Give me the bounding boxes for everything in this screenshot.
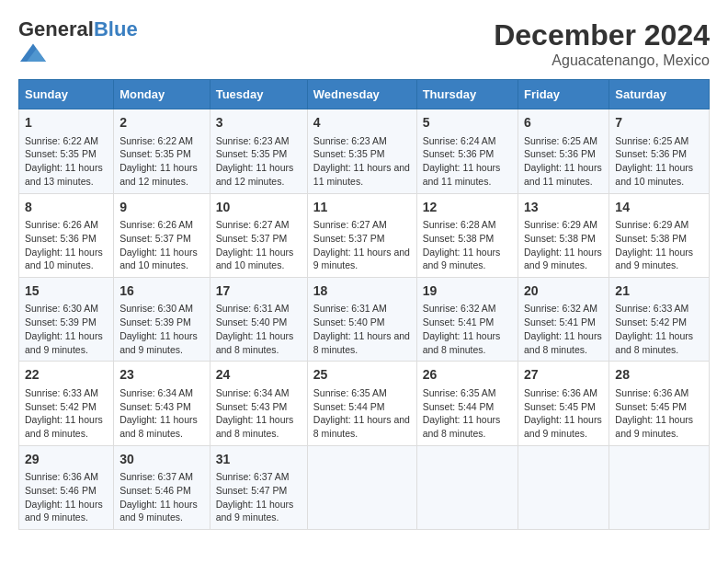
calendar-cell: 8Sunrise: 6:26 AMSunset: 5:36 PMDaylight… — [19, 193, 114, 277]
sunset: Sunset: 5:44 PM — [423, 401, 495, 412]
day-number: 16 — [119, 282, 204, 301]
day-number: 30 — [119, 451, 204, 469]
sunset: Sunset: 5:35 PM — [313, 148, 385, 159]
day-number: 2 — [119, 114, 204, 132]
sunset: Sunset: 5:41 PM — [524, 316, 596, 327]
sunrise: Sunrise: 6:28 AM — [423, 219, 496, 230]
daylight: Daylight: 11 hours and 11 minutes. — [313, 162, 410, 187]
calendar-cell: 5Sunrise: 6:24 AMSunset: 5:36 PMDaylight… — [416, 109, 518, 193]
sunrise: Sunrise: 6:27 AM — [313, 219, 387, 230]
sunset: Sunset: 5:46 PM — [25, 485, 97, 496]
sunset: Sunset: 5:45 PM — [615, 401, 687, 412]
sunrise: Sunrise: 6:27 AM — [216, 219, 290, 230]
day-number: 4 — [313, 114, 411, 132]
sunrise: Sunrise: 6:29 AM — [524, 219, 597, 230]
calendar-cell: 21Sunrise: 6:33 AMSunset: 5:42 PMDayligh… — [609, 277, 710, 361]
calendar-cell — [416, 445, 518, 529]
calendar-week-row: 1Sunrise: 6:22 AMSunset: 5:35 PMDaylight… — [19, 109, 710, 193]
calendar-cell — [609, 445, 710, 529]
calendar-cell: 30Sunrise: 6:37 AMSunset: 5:46 PMDayligh… — [114, 445, 210, 529]
sunrise: Sunrise: 6:22 AM — [119, 135, 193, 146]
day-number: 13 — [524, 199, 603, 217]
daylight: Daylight: 11 hours and 10 minutes. — [216, 247, 294, 271]
daylight: Daylight: 11 hours and 8 minutes. — [216, 414, 294, 439]
daylight: Daylight: 11 hours and 9 minutes. — [25, 330, 103, 355]
logo: GeneralBlue — [18, 18, 138, 70]
sunset: Sunset: 5:38 PM — [615, 233, 687, 244]
logo-general-text: General — [18, 17, 94, 40]
day-number: 31 — [216, 451, 301, 469]
sunrise: Sunrise: 6:30 AM — [119, 303, 193, 314]
sunrise: Sunrise: 6:26 AM — [119, 219, 193, 230]
day-number: 14 — [615, 199, 703, 217]
page-title: December 2024 — [494, 18, 710, 52]
daylight: Daylight: 11 hours and 8 minutes. — [524, 330, 602, 355]
calendar-cell: 3Sunrise: 6:23 AMSunset: 5:35 PMDaylight… — [210, 109, 307, 193]
sunrise: Sunrise: 6:32 AM — [524, 303, 597, 314]
daylight: Daylight: 11 hours and 10 minutes. — [25, 247, 103, 271]
sunrise: Sunrise: 6:31 AM — [313, 303, 387, 314]
day-number: 19 — [423, 282, 512, 301]
daylight: Daylight: 11 hours and 9 minutes. — [119, 330, 198, 355]
sunrise: Sunrise: 6:35 AM — [313, 387, 387, 398]
daylight: Daylight: 11 hours and 8 minutes. — [25, 414, 103, 439]
logo-icon — [20, 40, 46, 66]
day-number: 17 — [216, 282, 301, 301]
sunrise: Sunrise: 6:33 AM — [25, 387, 98, 398]
sunset: Sunset: 5:45 PM — [524, 401, 596, 412]
day-number: 7 — [615, 114, 703, 132]
daylight: Daylight: 11 hours and 13 minutes. — [25, 162, 103, 187]
sunset: Sunset: 5:36 PM — [615, 148, 687, 159]
daylight: Daylight: 11 hours and 11 minutes. — [423, 162, 501, 187]
day-number: 26 — [423, 366, 512, 385]
sunset: Sunset: 5:36 PM — [423, 148, 495, 159]
sunrise: Sunrise: 6:36 AM — [615, 387, 688, 398]
sunrise: Sunrise: 6:37 AM — [119, 471, 193, 482]
sunrise: Sunrise: 6:36 AM — [25, 471, 98, 482]
daylight: Daylight: 11 hours and 8 minutes. — [423, 414, 501, 439]
calendar-cell: 29Sunrise: 6:36 AMSunset: 5:46 PMDayligh… — [19, 445, 114, 529]
sunset: Sunset: 5:37 PM — [119, 233, 191, 244]
sunrise: Sunrise: 6:23 AM — [216, 135, 290, 146]
sunrise: Sunrise: 6:36 AM — [524, 387, 597, 398]
sunset: Sunset: 5:44 PM — [313, 401, 385, 412]
day-number: 11 — [313, 199, 411, 217]
calendar-cell — [307, 445, 416, 529]
sunset: Sunset: 5:35 PM — [25, 148, 97, 159]
sunset: Sunset: 5:38 PM — [524, 233, 596, 244]
day-number: 5 — [423, 114, 512, 132]
day-number: 20 — [524, 282, 603, 301]
day-number: 24 — [216, 366, 301, 385]
sunrise: Sunrise: 6:23 AM — [313, 135, 387, 146]
sunrise: Sunrise: 6:22 AM — [25, 135, 98, 146]
sunset: Sunset: 5:42 PM — [615, 316, 687, 327]
calendar-cell: 27Sunrise: 6:36 AMSunset: 5:45 PMDayligh… — [518, 362, 609, 445]
calendar-cell: 31Sunrise: 6:37 AMSunset: 5:47 PMDayligh… — [210, 445, 307, 529]
sunrise: Sunrise: 6:34 AM — [216, 387, 290, 398]
day-number: 25 — [313, 366, 411, 385]
calendar-cell: 10Sunrise: 6:27 AMSunset: 5:37 PMDayligh… — [210, 193, 307, 277]
day-number: 29 — [25, 451, 108, 469]
calendar-cell: 23Sunrise: 6:34 AMSunset: 5:43 PMDayligh… — [114, 362, 210, 445]
header-thursday: Thursday — [416, 80, 518, 109]
calendar-cell: 12Sunrise: 6:28 AMSunset: 5:38 PMDayligh… — [416, 193, 518, 277]
header-wednesday: Wednesday — [307, 80, 416, 109]
sunrise: Sunrise: 6:26 AM — [25, 219, 98, 230]
day-number: 15 — [25, 282, 108, 301]
daylight: Daylight: 11 hours and 8 minutes. — [423, 330, 501, 355]
header-saturday: Saturday — [609, 80, 710, 109]
calendar-cell: 4Sunrise: 6:23 AMSunset: 5:35 PMDaylight… — [307, 109, 416, 193]
calendar-cell: 22Sunrise: 6:33 AMSunset: 5:42 PMDayligh… — [19, 362, 114, 445]
calendar-cell: 25Sunrise: 6:35 AMSunset: 5:44 PMDayligh… — [307, 362, 416, 445]
sunset: Sunset: 5:35 PM — [216, 148, 288, 159]
sunset: Sunset: 5:47 PM — [216, 485, 288, 496]
day-number: 3 — [216, 114, 301, 132]
calendar-cell: 2Sunrise: 6:22 AMSunset: 5:35 PMDaylight… — [114, 109, 210, 193]
calendar-week-row: 29Sunrise: 6:36 AMSunset: 5:46 PMDayligh… — [19, 445, 710, 529]
calendar-week-row: 8Sunrise: 6:26 AMSunset: 5:36 PMDaylight… — [19, 193, 710, 277]
sunset: Sunset: 5:40 PM — [216, 316, 288, 327]
daylight: Daylight: 11 hours and 9 minutes. — [524, 247, 602, 271]
daylight: Daylight: 11 hours and 9 minutes. — [313, 247, 410, 271]
daylight: Daylight: 11 hours and 8 minutes. — [119, 414, 198, 439]
calendar-cell: 26Sunrise: 6:35 AMSunset: 5:44 PMDayligh… — [416, 362, 518, 445]
